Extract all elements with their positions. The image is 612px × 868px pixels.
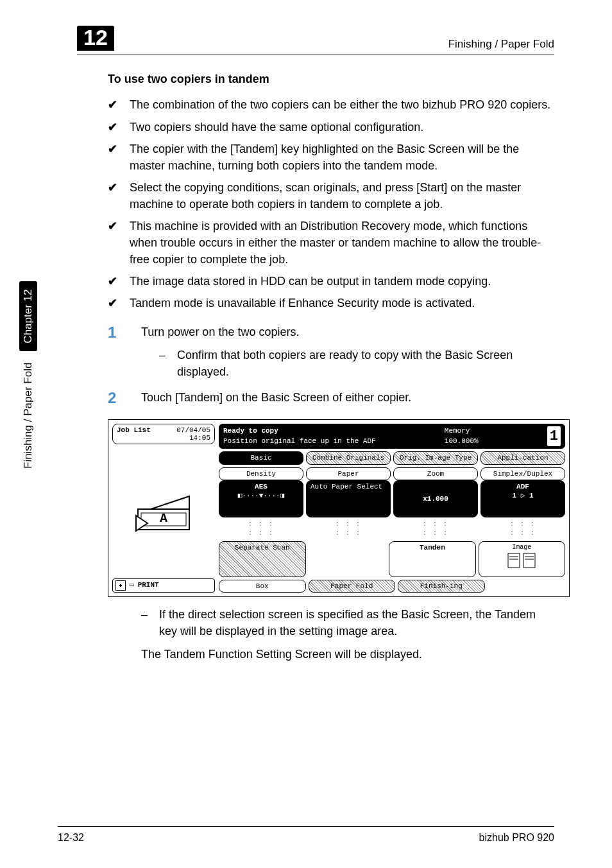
- page-number: 12-32: [58, 832, 84, 844]
- separate-scan-button[interactable]: Separate Scan: [219, 541, 306, 577]
- step-number: 2: [108, 389, 123, 408]
- checklist: ✔The combination of the two copiers can …: [108, 96, 554, 311]
- svg-marker-2: [151, 496, 189, 509]
- zoom-panel[interactable]: x1.000: [393, 480, 478, 517]
- simplex-duplex-panel[interactable]: ADF 1 ▷ 1: [480, 480, 565, 517]
- tab-orig-image-type[interactable]: Orig. Im-age Type: [393, 451, 478, 464]
- bullet-text: The image data stored in HDD can be outp…: [130, 273, 554, 290]
- step-text: Turn power on the two copiers.: [141, 326, 299, 338]
- svg-rect-5: [508, 553, 520, 568]
- bullet-text: Tandem mode is unavailable if Enhance Se…: [130, 295, 554, 311]
- tab-application[interactable]: Appli-cation: [480, 451, 565, 464]
- side-tab-label: Finishing / Paper Fold: [22, 363, 35, 469]
- bullet-text: This machine is provided with an Distrib…: [130, 218, 554, 268]
- simplex-duplex-button[interactable]: Simplex/Duplex: [480, 467, 565, 480]
- page-header: 12 Finishing / Paper Fold: [77, 26, 554, 55]
- image-preview-box: Image: [479, 541, 566, 577]
- check-icon: ✔: [108, 141, 121, 174]
- tab-basic[interactable]: Basic: [219, 451, 303, 464]
- step-text: Touch [Tandem] on the Basic Screen of ei…: [141, 391, 411, 404]
- step-2: 2 Touch [Tandem] on the Basic Screen of …: [108, 389, 554, 408]
- section-heading: To use two copiers in tandem: [108, 71, 554, 87]
- bullet-text: The copier with the [Tandem] key highlig…: [130, 141, 554, 174]
- check-icon: ✔: [108, 218, 121, 268]
- density-button[interactable]: Density: [219, 467, 303, 480]
- model-name: bizhub PRO 920: [479, 832, 554, 844]
- printer-icon: ▭: [130, 580, 134, 591]
- chapter-number: 12: [77, 26, 114, 51]
- basic-screen-screenshot: Job List 07/04/0514:05 A: [108, 419, 570, 598]
- check-icon: ✔: [108, 295, 121, 311]
- side-tab-chapter: Chapter 12: [19, 282, 37, 351]
- tandem-button[interactable]: Tandem: [389, 541, 476, 577]
- step-number: 1: [108, 324, 123, 380]
- status-bar: Ready to copy Position original face up …: [219, 424, 565, 449]
- svg-text:A: A: [160, 511, 167, 526]
- density-panel[interactable]: AES ◧····▼····◨: [219, 480, 303, 517]
- network-icon: [115, 580, 126, 591]
- step-sub-text: Confirm that both copiers are ready to c…: [177, 347, 554, 380]
- svg-rect-6: [523, 553, 535, 568]
- page-footer: 12-32 bizhub PRO 920: [58, 826, 554, 844]
- paper-fold-button[interactable]: Paper Fold: [309, 580, 396, 593]
- tab-combine-originals[interactable]: Combine Originals: [306, 451, 391, 464]
- breadcrumb: Finishing / Paper Fold: [448, 38, 554, 51]
- finishing-button[interactable]: Finish-ing: [398, 580, 485, 593]
- image-preview-icon: [507, 552, 536, 569]
- bullet-text: The combination of the two copiers can b…: [130, 96, 554, 113]
- check-icon: ✔: [108, 179, 121, 213]
- copier-icon: A: [128, 490, 199, 535]
- copy-counter: 1: [547, 426, 561, 447]
- note-text: If the direct selection screen is specif…: [159, 606, 554, 639]
- check-icon: ✔: [108, 96, 121, 113]
- print-button[interactable]: ▭ PRINT: [112, 578, 215, 593]
- result-text: The Tandem Function Setting Screen will …: [141, 646, 554, 663]
- dash-icon: –: [141, 606, 149, 639]
- box-button[interactable]: Box: [219, 580, 306, 593]
- step-1: 1 Turn power on the two copiers. – Confi…: [108, 324, 554, 380]
- bullet-text: Two copiers should have the same optiona…: [130, 119, 554, 135]
- side-tab: Finishing / Paper Fold Chapter 12: [19, 282, 37, 469]
- check-icon: ✔: [108, 119, 121, 135]
- zoom-button[interactable]: Zoom: [393, 467, 478, 480]
- check-icon: ✔: [108, 273, 121, 290]
- bullet-text: Select the copying conditions, scan orig…: [130, 179, 554, 213]
- dash-icon: –: [159, 347, 167, 380]
- paper-button[interactable]: Paper: [306, 467, 391, 480]
- paper-panel[interactable]: Auto Paper Select: [306, 480, 391, 517]
- job-list-button[interactable]: Job List 07/04/0514:05: [112, 424, 215, 444]
